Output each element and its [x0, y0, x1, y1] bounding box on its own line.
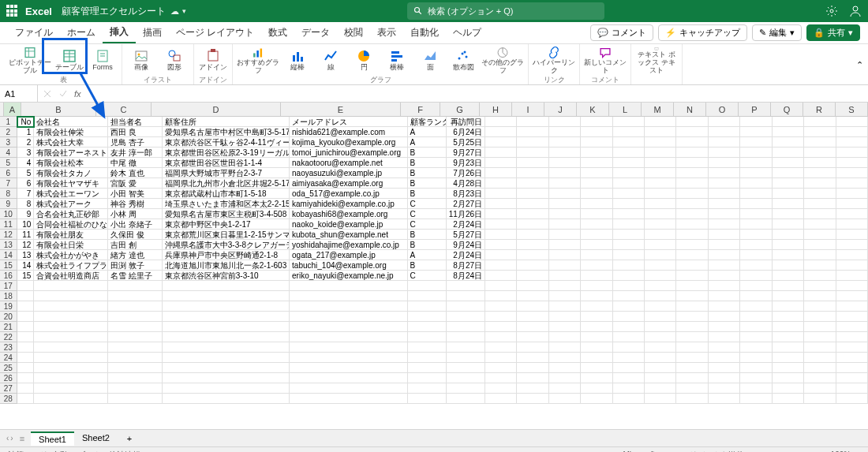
cell-H26[interactable]	[485, 373, 517, 383]
cell-K7[interactable]	[581, 178, 612, 189]
cell-I20[interactable]	[517, 312, 548, 322]
row-header-28[interactable]: 28	[0, 394, 17, 404]
cell-R9[interactable]	[804, 199, 836, 209]
cell-H3[interactable]	[485, 137, 517, 148]
cell-A1[interactable]: No	[17, 117, 35, 127]
cell-N3[interactable]	[676, 137, 708, 148]
cell-E10[interactable]: kobayashi68@example.org	[290, 209, 408, 219]
cell-A27[interactable]	[17, 383, 35, 394]
cell-K1[interactable]	[581, 117, 612, 127]
cell-D21[interactable]	[163, 322, 290, 332]
cell-I22[interactable]	[517, 332, 548, 342]
cell-S23[interactable]	[836, 342, 868, 353]
cell-I8[interactable]	[517, 189, 548, 199]
cell-E28[interactable]	[290, 394, 408, 404]
cell-B15[interactable]: 株式会社ライフプラン	[34, 260, 107, 271]
cell-E16[interactable]: eriko_nayuki@example.ne.jp	[290, 271, 408, 281]
cell-C5[interactable]: 中尾 徹	[108, 158, 163, 168]
cell-E3[interactable]: kojima_kyouko@example.org	[290, 137, 408, 148]
cell-O17[interactable]	[709, 281, 740, 291]
cell-O25[interactable]	[709, 363, 740, 373]
cell-G18[interactable]	[447, 291, 485, 301]
cell-Q13[interactable]	[773, 240, 804, 250]
column-header-L[interactable]: L	[609, 103, 642, 116]
sheet-list-icon[interactable]: ≡	[20, 434, 24, 443]
cell-B14[interactable]: 株式会社かがやき	[34, 250, 107, 260]
cell-D24[interactable]	[163, 353, 290, 363]
cell-B7[interactable]: 有限会社ヤマザキ	[34, 178, 107, 189]
cell-M22[interactable]	[645, 332, 676, 342]
cell-E25[interactable]	[290, 363, 408, 373]
cell-P28[interactable]	[740, 394, 772, 404]
cell-O20[interactable]	[709, 312, 740, 322]
cell-J27[interactable]	[549, 383, 581, 394]
cell-E14[interactable]: ogata_217@example.jp	[290, 250, 408, 260]
cell-Q1[interactable]	[773, 117, 804, 127]
cell-R24[interactable]	[804, 353, 836, 363]
cell-I24[interactable]	[517, 353, 548, 363]
cell-O23[interactable]	[709, 342, 740, 353]
cell-K6[interactable]	[581, 168, 612, 178]
cell-C23[interactable]	[108, 342, 163, 353]
cell-P9[interactable]	[740, 199, 772, 209]
cell-O28[interactable]	[709, 394, 740, 404]
cell-E9[interactable]: kamiyahideki@example.co.jp	[290, 199, 408, 209]
cell-L18[interactable]	[613, 291, 645, 301]
cell-M25[interactable]	[645, 363, 676, 373]
cell-N20[interactable]	[676, 312, 708, 322]
row-header-22[interactable]: 22	[0, 332, 17, 342]
cell-R4[interactable]	[804, 148, 836, 158]
cell-D1[interactable]: 顧客住所	[163, 117, 290, 127]
row-header-15[interactable]: 15	[0, 260, 17, 271]
ribbon-tab-数式[interactable]: 数式	[261, 22, 294, 43]
cell-B25[interactable]	[34, 363, 107, 373]
cell-O4[interactable]	[709, 148, 740, 158]
cell-G9[interactable]: 2月27日	[447, 199, 485, 209]
cell-B3[interactable]: 株式会社大幸	[34, 137, 107, 148]
cell-P16[interactable]	[740, 271, 772, 281]
catchup-button[interactable]: ⚡ キャッチアップ	[658, 24, 747, 41]
cell-F20[interactable]	[408, 312, 447, 322]
cell-N13[interactable]	[676, 240, 708, 250]
cell-L11[interactable]	[613, 219, 645, 230]
cell-K11[interactable]	[581, 219, 612, 230]
cell-N6[interactable]	[676, 168, 708, 178]
cell-B17[interactable]	[34, 281, 107, 291]
cell-S10[interactable]	[836, 209, 868, 219]
cell-Q6[interactable]	[773, 168, 804, 178]
cell-S4[interactable]	[836, 148, 868, 158]
cell-M23[interactable]	[645, 342, 676, 353]
cell-B18[interactable]	[34, 291, 107, 301]
cell-E4[interactable]: tomoi_junichirou@example.org	[290, 148, 408, 158]
cell-F23[interactable]	[408, 342, 447, 353]
cell-O15[interactable]	[709, 260, 740, 271]
cell-D10[interactable]: 愛知県名古屋市東区主税町3-4-508	[163, 209, 290, 219]
cell-I5[interactable]	[517, 158, 548, 168]
cell-D6[interactable]: 福岡県大野城市平野台2-3-7	[163, 168, 290, 178]
cell-K20[interactable]	[581, 312, 612, 322]
cell-A5[interactable]: 4	[17, 158, 35, 168]
cell-I25[interactable]	[517, 363, 548, 373]
cell-B19[interactable]	[34, 301, 107, 312]
cell-L7[interactable]	[613, 178, 645, 189]
cell-B27[interactable]	[34, 383, 107, 394]
cell-Q12[interactable]	[773, 230, 804, 240]
column-header-E[interactable]: E	[281, 103, 401, 116]
cell-N22[interactable]	[676, 332, 708, 342]
column-header-R[interactable]: R	[803, 103, 836, 116]
cell-K26[interactable]	[581, 373, 612, 383]
cell-K17[interactable]	[581, 281, 612, 291]
cell-K16[interactable]	[581, 271, 612, 281]
cell-B26[interactable]	[34, 373, 107, 383]
cell-A23[interactable]	[17, 342, 35, 353]
cell-D27[interactable]	[163, 383, 290, 394]
cell-I1[interactable]	[517, 117, 548, 127]
cell-H19[interactable]	[485, 301, 517, 312]
cell-D28[interactable]	[163, 394, 290, 404]
row-header-2[interactable]: 2	[0, 127, 17, 137]
cell-L15[interactable]	[613, 260, 645, 271]
cell-I3[interactable]	[517, 137, 548, 148]
column-header-N[interactable]: N	[674, 103, 706, 116]
cell-M4[interactable]	[645, 148, 676, 158]
cell-K8[interactable]	[581, 189, 612, 199]
